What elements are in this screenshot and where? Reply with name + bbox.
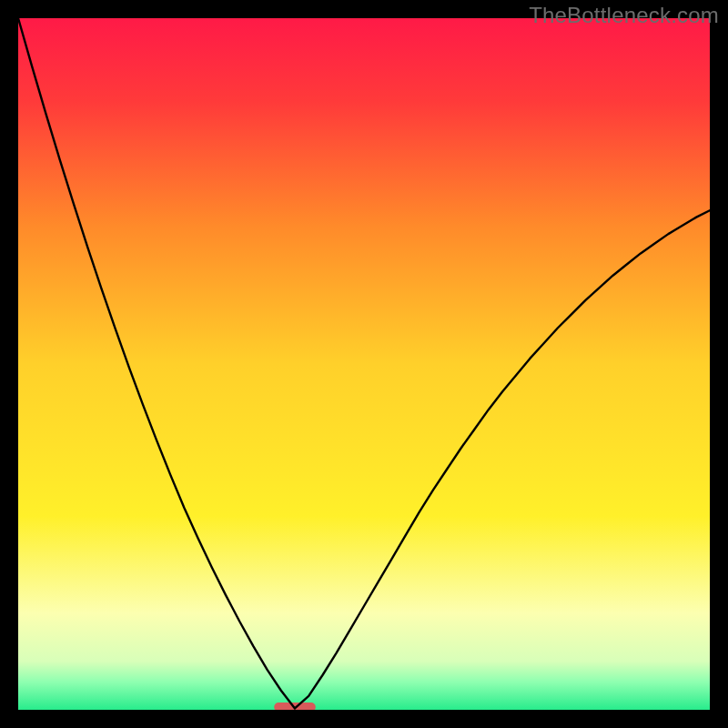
- chart-svg: [18, 18, 710, 710]
- chart-frame: TheBottleneck.com: [0, 0, 728, 728]
- plot-area: [18, 18, 710, 710]
